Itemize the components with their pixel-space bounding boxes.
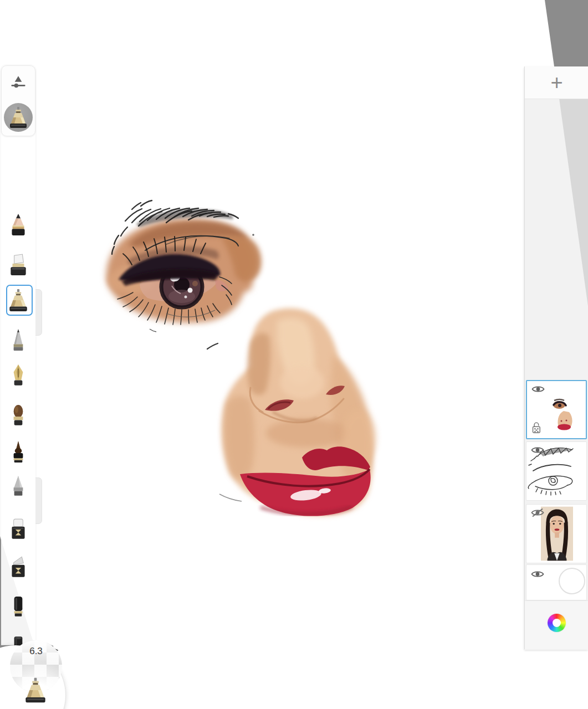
fountain-pen-nib-icon bbox=[8, 364, 28, 387]
layer-item-reference-photo[interactable] bbox=[526, 504, 587, 563]
layer-visibility-toggle[interactable] bbox=[531, 445, 544, 455]
layer-item-sketch[interactable] bbox=[526, 441, 587, 501]
layer-visibility-toggle[interactable] bbox=[531, 384, 545, 394]
brush-toolbar bbox=[1, 65, 35, 645]
dark-cap-marker-icon bbox=[8, 595, 28, 619]
puck-brush-preview bbox=[24, 677, 47, 706]
color-wheel-hub bbox=[553, 619, 561, 627]
background-color-swatch bbox=[559, 568, 585, 594]
brush-item-fountain-pen[interactable] bbox=[4, 360, 33, 391]
transparency-lock-toggle[interactable] bbox=[531, 421, 544, 434]
canvas-artwork bbox=[0, 0, 524, 709]
color-wheel-button[interactable] bbox=[548, 614, 566, 632]
app-window: 6.3 + bbox=[0, 0, 588, 709]
eye-icon bbox=[531, 384, 545, 394]
brush-item-airbrush[interactable] bbox=[4, 285, 33, 316]
brush-item-chisel-marker[interactable] bbox=[4, 249, 33, 280]
pencil-icon bbox=[8, 213, 28, 237]
flat-marker-icon bbox=[8, 518, 28, 541]
eye-off-icon bbox=[531, 508, 544, 517]
airbrush-icon bbox=[8, 289, 28, 312]
round-brush-icon bbox=[8, 404, 28, 427]
layer-item-paint[interactable] bbox=[526, 380, 587, 439]
eye-icon bbox=[531, 445, 544, 455]
add-layer-button[interactable]: + bbox=[525, 66, 588, 99]
toolbar-scroll-handle-upper[interactable] bbox=[35, 289, 42, 336]
angled-marker-icon bbox=[8, 556, 28, 579]
unlocked-padlock-icon bbox=[531, 421, 544, 434]
layer-visibility-toggle[interactable] bbox=[531, 569, 544, 579]
active-brush-badge[interactable] bbox=[4, 102, 33, 133]
brush-item-pointed-brush[interactable] bbox=[4, 436, 33, 467]
layer-item-background[interactable] bbox=[526, 564, 587, 600]
add-layer-label: + bbox=[550, 72, 563, 93]
brush-item-dark-cap-marker[interactable] bbox=[4, 592, 33, 623]
brush-item-round-brush[interactable] bbox=[4, 400, 33, 431]
fineliner-pen-icon bbox=[8, 328, 28, 352]
brush-item-pencil[interactable] bbox=[4, 209, 33, 240]
color-puck-zone bbox=[525, 600, 588, 650]
brush-item-soft-airbrush[interactable] bbox=[4, 471, 33, 502]
eye-icon bbox=[531, 569, 544, 579]
airbrush-icon bbox=[24, 677, 47, 703]
pointed-brush-icon bbox=[8, 440, 28, 464]
active-brush-circle bbox=[4, 103, 33, 132]
panel-background-wedge bbox=[525, 99, 588, 312]
brush-item-fineliner-pen[interactable] bbox=[4, 325, 33, 356]
layers-panel: + bbox=[524, 66, 588, 649]
chisel-marker-icon bbox=[8, 253, 28, 276]
brush-size-puck[interactable]: 6.3 bbox=[0, 645, 65, 709]
soft-tip-icon bbox=[8, 475, 28, 498]
brush-item-angled-marker[interactable] bbox=[4, 552, 33, 583]
drawing-canvas[interactable] bbox=[0, 0, 524, 709]
brush-size-value: 6.3 bbox=[10, 646, 62, 657]
layer-thumbnail-photo bbox=[541, 506, 573, 562]
brush-item-flat-marker[interactable] bbox=[4, 514, 33, 545]
toolbar-scroll-handle-lower[interactable] bbox=[35, 477, 42, 524]
layer-visibility-toggle[interactable] bbox=[531, 508, 544, 518]
brush-settings-slider-icon bbox=[8, 73, 28, 96]
airbrush-icon bbox=[9, 106, 28, 129]
brush-settings-button[interactable] bbox=[4, 69, 33, 100]
